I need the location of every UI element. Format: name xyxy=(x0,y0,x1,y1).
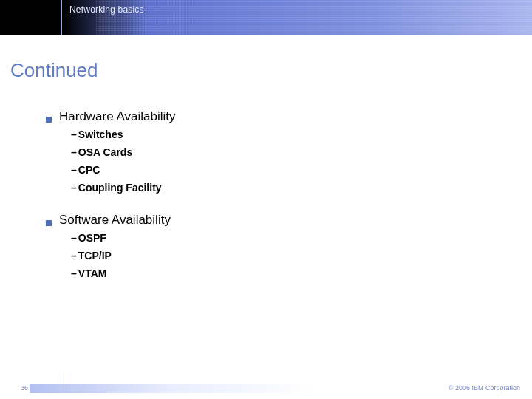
dash-icon: – xyxy=(71,129,77,140)
sub-item-label: Switches xyxy=(78,129,123,140)
sub-item: – VTAM xyxy=(71,267,489,279)
footer-band xyxy=(30,384,502,393)
bullet-label: Hardware Availability xyxy=(59,109,175,124)
footer-vertical-rule xyxy=(61,372,61,393)
dash-icon: – xyxy=(71,267,77,279)
sub-item: – OSPF xyxy=(71,232,489,244)
content-area: Hardware Availability – Switches – OSA C… xyxy=(46,103,489,285)
sub-item: – OSA Cards xyxy=(71,146,489,158)
slide: Networking basics Continued Hardware Ava… xyxy=(0,0,532,399)
sub-item: – CPC xyxy=(71,164,489,176)
dash-icon: – xyxy=(71,232,77,244)
dash-icon: – xyxy=(71,250,77,262)
dash-icon: – xyxy=(71,146,77,158)
slide-title: Continued xyxy=(10,59,98,82)
header-texture xyxy=(96,0,532,35)
sub-item: – Switches xyxy=(71,129,489,140)
copyright: © 2006 IBM Corporation xyxy=(449,384,520,392)
bullet-label: Software Availability xyxy=(59,213,171,228)
dash-icon: – xyxy=(71,182,77,194)
sub-item-label: Coupling Facility xyxy=(78,182,162,194)
square-bullet-icon xyxy=(46,220,52,226)
sub-item: – Coupling Facility xyxy=(71,182,489,194)
sub-item-label: OSA Cards xyxy=(78,146,132,158)
sub-item-label: VTAM xyxy=(78,267,107,279)
square-bullet-icon xyxy=(46,117,52,123)
bullet-hardware-availability: Hardware Availability xyxy=(46,109,489,124)
sub-item-label: TCP/IP xyxy=(78,250,112,262)
sub-item-label: CPC xyxy=(78,164,100,176)
sublist-hardware: – Switches – OSA Cards – CPC – Coupling … xyxy=(71,129,489,194)
bullet-software-availability: Software Availability xyxy=(46,213,489,228)
header-topic: Networking basics xyxy=(69,4,144,15)
sublist-software: – OSPF – TCP/IP – VTAM xyxy=(71,232,489,279)
sub-item: – TCP/IP xyxy=(71,250,489,262)
sub-item-label: OSPF xyxy=(78,232,106,244)
page-number: 36 xyxy=(21,384,28,392)
header-vertical-rule xyxy=(61,0,62,35)
dash-icon: – xyxy=(71,164,77,176)
